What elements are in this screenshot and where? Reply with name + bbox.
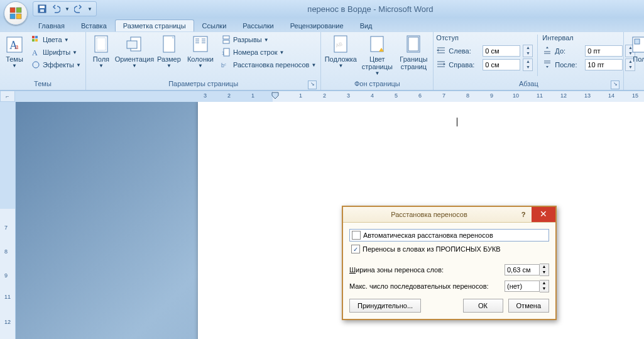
svg-rect-39 xyxy=(635,39,640,44)
indent-header: Отступ xyxy=(436,33,533,45)
svg-text:bᶜ: bᶜ xyxy=(221,62,226,69)
dialog-title-text: Расстановка переносов xyxy=(343,211,515,218)
tab-home[interactable]: Главная xyxy=(30,19,73,31)
consecutive-limit-spinner[interactable]: ▲▼ xyxy=(540,280,549,292)
watermark-text: FREE-OFFICE.NET xyxy=(553,325,639,335)
svg-text:a: a xyxy=(15,42,19,51)
undo-icon[interactable] xyxy=(51,4,61,14)
indent-marker-icon[interactable] xyxy=(271,91,279,103)
group-arrange: Пол xyxy=(624,32,644,90)
dialog-help-button[interactable]: ? xyxy=(515,207,532,222)
spacing-header: Интервал xyxy=(542,33,635,45)
theme-colors-button[interactable]: Цвета ▼ xyxy=(29,33,83,46)
svg-rect-36 xyxy=(407,36,420,52)
svg-rect-28 xyxy=(223,36,229,39)
svg-rect-11 xyxy=(35,36,38,38)
svg-rect-5 xyxy=(40,6,45,8)
tab-view[interactable]: Вид xyxy=(352,19,381,31)
dialog-titlebar[interactable]: Расстановка переносов ? ✕ xyxy=(343,207,555,223)
tab-review[interactable]: Рецензирование xyxy=(282,19,352,31)
breaks-icon xyxy=(221,35,231,45)
svg-rect-43 xyxy=(559,331,562,335)
svg-rect-6 xyxy=(40,9,44,12)
line-numbers-icon: 1 xyxy=(221,47,231,57)
page-setup-launcher[interactable]: ↘ xyxy=(308,81,317,89)
indent-left-icon xyxy=(436,46,446,56)
hyphenation-button[interactable]: bᶜРасстановка переносов ▼ xyxy=(219,58,318,71)
hyphenation-zone-input[interactable] xyxy=(505,264,540,275)
spacing-before-input[interactable] xyxy=(585,45,623,57)
indent-right-input[interactable] xyxy=(483,59,520,70)
spacing-after-icon xyxy=(542,60,552,70)
margins-button[interactable]: Поля▼ xyxy=(89,33,114,69)
orientation-icon xyxy=(126,35,143,55)
ruler-corner[interactable]: ⌐ xyxy=(0,91,15,102)
consecutive-limit-combo[interactable]: (нет) xyxy=(505,281,540,292)
page-color-button[interactable]: Цвет страницы▼ xyxy=(360,33,394,76)
indent-right-spinner[interactable]: ▲▼ xyxy=(523,58,533,71)
text-cursor xyxy=(457,118,457,126)
vertical-ruler[interactable]: 78 911 1213 xyxy=(0,102,16,339)
theme-fonts-button[interactable]: AШрифты ▼ xyxy=(29,46,83,58)
themes-button[interactable]: Aa Темы ▼ xyxy=(3,33,26,69)
group-themes: Aa Темы ▼ Цвета ▼ AШрифты ▼ Эффекты ▼ Те… xyxy=(0,32,86,90)
page-borders-icon xyxy=(405,35,422,55)
page-borders-button[interactable]: Границы страниц xyxy=(396,33,430,70)
line-numbers-button[interactable]: 1Номера строк ▼ xyxy=(219,46,318,58)
save-icon[interactable] xyxy=(37,4,47,14)
fonts-icon: A xyxy=(31,47,41,57)
ribbon-tabs: Главная Вставка Разметка страницы Ссылки… xyxy=(0,18,644,31)
columns-button[interactable]: Колонки▼ xyxy=(185,33,216,69)
office-button[interactable] xyxy=(4,1,28,25)
svg-rect-1 xyxy=(16,8,21,13)
auto-hyphenation-checkbox[interactable]: Автоматическая расстановка переносов xyxy=(349,229,549,242)
hyphenation-zone-spinner[interactable]: ▲▼ xyxy=(540,264,549,276)
group-page-background: ABПодложка▼ Цвет страницы▼ Границы стран… xyxy=(321,32,434,90)
watermark-button[interactable]: ABПодложка▼ xyxy=(324,33,357,69)
orientation-button[interactable]: Ориентация▼ xyxy=(116,33,153,69)
position-button[interactable]: Пол xyxy=(626,33,644,63)
spacing-after-input[interactable] xyxy=(585,59,623,70)
dialog-close-button[interactable]: ✕ xyxy=(532,207,555,222)
size-icon xyxy=(161,35,177,55)
tab-references[interactable]: Ссылки xyxy=(194,19,235,31)
svg-text:1: 1 xyxy=(222,50,225,56)
ribbon: Aa Темы ▼ Цвета ▼ AШрифты ▼ Эффекты ▼ Те… xyxy=(0,31,644,91)
columns-icon xyxy=(192,35,209,55)
watermark-icon: AB xyxy=(332,35,349,55)
tab-insert[interactable]: Вставка xyxy=(73,19,115,31)
size-button[interactable]: Размер▼ xyxy=(155,33,183,69)
qat-customize-icon[interactable]: ▼ xyxy=(87,6,92,12)
hyphenation-icon: bᶜ xyxy=(221,60,231,70)
checkbox-unchecked-icon xyxy=(352,231,361,240)
cancel-button[interactable]: Отмена xyxy=(508,299,549,313)
redo-icon[interactable] xyxy=(74,4,84,14)
svg-rect-41 xyxy=(559,326,562,330)
indent-left-spinner[interactable]: ▲▼ xyxy=(523,45,533,57)
group-label-page-background: Фон страницы xyxy=(324,80,430,90)
page-color-icon xyxy=(369,35,385,54)
tab-mailings[interactable]: Рассылки xyxy=(234,19,281,31)
horizontal-ruler[interactable]: 321 123 456 789 101112 131415 xyxy=(15,91,644,103)
undo-dropdown-icon[interactable]: ▼ xyxy=(65,6,70,12)
rulers: ⌐ 321 123 456 789 101112 131415 xyxy=(0,91,644,102)
group-label-page-setup: Параметры страницы↘ xyxy=(89,80,318,90)
theme-effects-button[interactable]: Эффекты ▼ xyxy=(29,58,83,71)
group-page-setup: Поля▼ Ориентация▼ Размер▼ Колонки▼ Разры… xyxy=(86,32,321,90)
svg-rect-2 xyxy=(10,14,15,19)
breaks-button[interactable]: Разрывы ▼ xyxy=(219,33,318,46)
caps-hyphenation-checkbox[interactable]: ✓ Переносы в словах из ПРОПИСНЫХ БУКВ xyxy=(349,243,549,255)
position-icon xyxy=(631,35,644,54)
tab-page-layout[interactable]: Разметка страницы xyxy=(115,19,194,31)
ok-button[interactable]: ОК xyxy=(463,299,503,313)
paragraph-launcher[interactable]: ↘ xyxy=(611,81,619,89)
svg-rect-3 xyxy=(16,14,21,19)
group-label-themes: Темы xyxy=(3,80,83,90)
indent-left-input[interactable] xyxy=(483,45,520,57)
manual-hyphenation-button[interactable]: Принудительно... xyxy=(349,299,421,313)
svg-rect-12 xyxy=(32,39,35,42)
svg-rect-19 xyxy=(127,41,137,48)
effects-icon xyxy=(31,60,41,70)
svg-point-15 xyxy=(33,62,39,68)
spacing-before-icon xyxy=(542,46,552,56)
